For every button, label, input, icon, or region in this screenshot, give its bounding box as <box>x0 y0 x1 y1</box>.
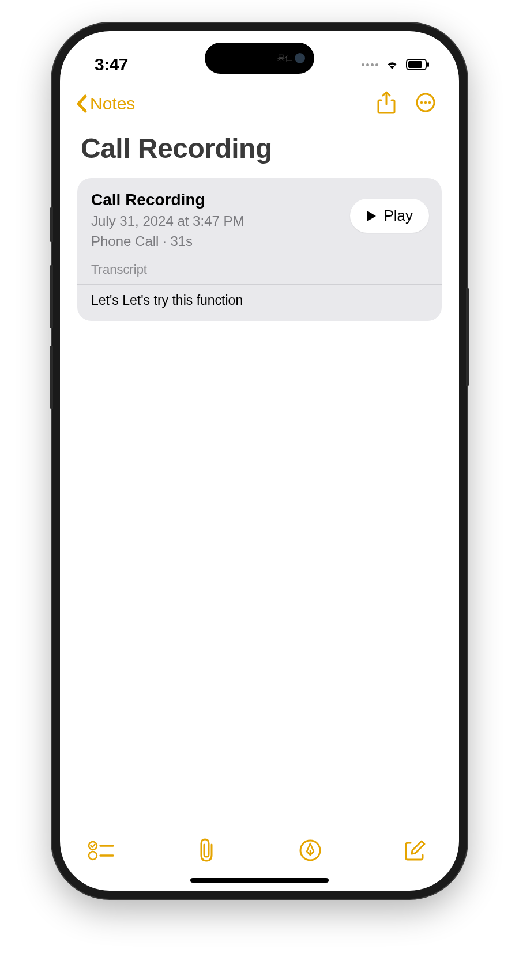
volume-down-button <box>50 346 53 409</box>
svg-point-4 <box>420 101 423 104</box>
recording-title: Call Recording <box>91 191 350 209</box>
markup-button[interactable] <box>299 839 322 864</box>
checklist-button[interactable] <box>88 839 114 864</box>
screen: 果仁 3:47 Notes <box>60 31 459 891</box>
recording-meta: Phone Call · 31s <box>91 232 350 252</box>
paperclip-icon <box>196 838 217 863</box>
transcript-label: Transcript <box>77 262 442 284</box>
silent-switch <box>50 207 53 242</box>
play-button-label: Play <box>383 207 413 225</box>
wifi-icon <box>384 59 400 70</box>
checklist-icon <box>88 839 114 861</box>
home-indicator[interactable] <box>190 878 329 883</box>
nav-bar: Notes <box>60 82 459 121</box>
dynamic-island[interactable]: 果仁 <box>205 43 314 74</box>
svg-rect-1 <box>408 61 422 68</box>
recording-timestamp: July 31, 2024 at 3:47 PM <box>91 211 350 232</box>
transcript-text: Let's Let's try this function <box>77 285 442 321</box>
status-time: 3:47 <box>95 55 128 74</box>
ellipsis-circle-icon <box>415 92 436 113</box>
compose-button[interactable] <box>404 839 427 864</box>
cellular-dots-icon <box>362 63 378 66</box>
play-icon <box>366 210 377 222</box>
svg-point-5 <box>424 101 427 104</box>
status-icons <box>362 59 430 70</box>
pen-tip-icon <box>299 839 322 862</box>
volume-up-button <box>50 265 53 328</box>
battery-icon <box>406 59 430 70</box>
more-button[interactable] <box>415 92 436 115</box>
chevron-left-icon <box>75 94 88 113</box>
power-button <box>466 288 469 386</box>
svg-rect-2 <box>427 62 429 67</box>
note-content[interactable]: Call Recording Call Recording July 31, 2… <box>60 121 459 838</box>
attachment-button[interactable] <box>196 838 217 865</box>
island-avatar-icon <box>295 53 305 63</box>
recording-card[interactable]: Call Recording July 31, 2024 at 3:47 PM … <box>77 178 442 321</box>
back-button[interactable]: Notes <box>75 94 135 113</box>
compose-icon <box>404 839 427 862</box>
phone-frame: 果仁 3:47 Notes <box>52 23 467 899</box>
play-button[interactable]: Play <box>350 199 429 233</box>
svg-point-6 <box>428 101 431 104</box>
island-text: 果仁 <box>277 53 292 63</box>
share-icon <box>377 91 396 114</box>
svg-point-9 <box>89 852 97 860</box>
back-button-label: Notes <box>90 94 135 113</box>
share-button[interactable] <box>377 91 396 116</box>
island-content: 果仁 <box>277 53 305 63</box>
bottom-toolbar <box>60 838 459 891</box>
note-title: Call Recording <box>81 133 442 164</box>
